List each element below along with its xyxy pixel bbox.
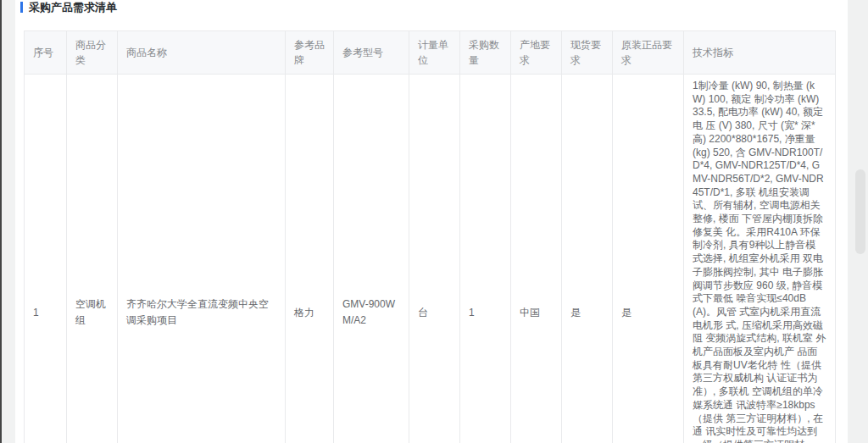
cell-name: 齐齐哈尔大学全直流变频中央空调采购项目 (118, 75, 286, 443)
content-panel: 采购产品需求清单 序号 商品分类 商品名称 参考品牌 参考型号 计量单位 采购数… (15, 0, 848, 443)
cell-genuine: 是 (613, 75, 684, 443)
right-gutter (848, 0, 868, 443)
col-header-brand: 参考品牌 (286, 31, 334, 75)
page-title-row: 采购产品需求清单 (20, 0, 848, 14)
col-header-name: 商品名称 (118, 31, 286, 75)
col-header-quantity: 采购数量 (460, 31, 511, 75)
col-header-origin: 产地要求 (511, 31, 562, 75)
page-title: 采购产品需求清单 (29, 0, 117, 14)
col-header-model: 参考型号 (334, 31, 409, 75)
scrollbar-thumb[interactable] (855, 169, 865, 254)
col-header-unit: 计量单位 (409, 31, 460, 75)
col-header-genuine: 原装正品要求 (613, 31, 684, 75)
left-gutter (2, 0, 15, 443)
col-header-stock: 现货要求 (562, 31, 613, 75)
cell-index: 1 (25, 75, 67, 443)
screen: 采购产品需求清单 序号 商品分类 商品名称 参考品牌 参考型号 计量单位 采购数… (0, 0, 868, 443)
col-header-spec: 技术指标 (684, 31, 836, 75)
cell-brand: 格力 (286, 75, 334, 443)
cell-spec: 1制冷量 (kW) 90, 制热量 (kW) 100, 额定 制冷功率 (kW)… (684, 75, 836, 443)
cell-category: 空调机组 (67, 75, 118, 443)
cell-model: GMV-900WM/A2 (334, 75, 409, 443)
table-header-row: 序号 商品分类 商品名称 参考品牌 参考型号 计量单位 采购数量 产地要求 现货… (25, 31, 836, 75)
cell-stock: 是 (562, 75, 613, 443)
table-row: 1 空调机组 齐齐哈尔大学全直流变频中央空调采购项目 格力 GMV-900WM/… (25, 75, 836, 443)
cell-quantity: 1 (460, 75, 511, 443)
col-header-index: 序号 (25, 31, 67, 75)
cell-origin: 中国 (511, 75, 562, 443)
title-accent-bar (20, 2, 23, 13)
cell-unit: 台 (409, 75, 460, 443)
procurement-table: 序号 商品分类 商品名称 参考品牌 参考型号 计量单位 采购数量 产地要求 现货… (24, 30, 836, 443)
col-header-category: 商品分类 (67, 31, 118, 75)
